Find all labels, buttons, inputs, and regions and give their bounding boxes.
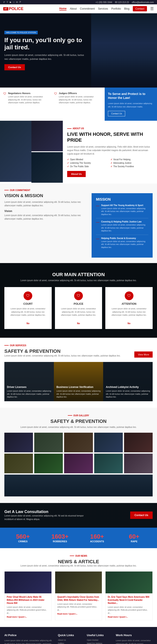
gallery-item-1[interactable]	[4, 433, 33, 452]
hero-image	[91, 13, 157, 88]
consultation-description: Lorem ipsum dolor sit amet, consectetur …	[4, 514, 92, 521]
footer-link-needhelping[interactable]: Need For Helping	[87, 642, 111, 644]
news-readmore-0[interactable]: Read more / Quant i...	[7, 616, 49, 618]
gallery-item-10[interactable]	[124, 454, 153, 473]
mission-dot: —	[96, 220, 99, 232]
footer-workhours-col: Work Hours Lorem ipsum dolor sit amet, c…	[116, 634, 153, 644]
attention-more[interactable]: No	[109, 322, 149, 324]
news-image-1	[55, 572, 102, 593]
checklist-item: On The Public Side	[67, 165, 110, 168]
nav-services[interactable]: Services	[98, 7, 108, 10]
gallery-row-1	[4, 433, 153, 452]
footer: At Police Lorem ipsum dolor sit amet, co…	[0, 627, 157, 644]
nav-commitment[interactable]: Commitment	[80, 7, 95, 10]
news-image-0	[4, 572, 51, 593]
news-image-2	[106, 572, 153, 593]
feature-title: Judges Officers	[59, 92, 102, 94]
news-readmore-1[interactable]: Read more / Quant i...	[57, 613, 100, 615]
consultation-cta-button[interactable]: Contact Us	[130, 512, 153, 519]
gallery-badge: Our Gallery	[4, 414, 153, 417]
footer-link-opendocket[interactable]: Open Docket	[87, 639, 111, 641]
mission-dot: —	[96, 204, 99, 216]
court-more[interactable]: No	[8, 322, 48, 324]
news-body-1: Quandt's Improbably Close Quotes from Or…	[55, 593, 102, 617]
instagram-icon[interactable]: □	[13, 1, 14, 3]
gallery-item-5[interactable]	[124, 433, 153, 452]
gallery-item-7[interactable]	[34, 454, 63, 473]
services-description: Lorem ipsum dolor sit amet, consectetur …	[4, 354, 120, 358]
footer-link-aboutus[interactable]: About Us	[58, 639, 82, 641]
nav-about[interactable]: About	[70, 7, 77, 10]
vm-section: Our Commitment VISION & MISSION Lorem ip…	[0, 184, 157, 263]
news-card-0: Peter Ghad Would Likely Make $5 Billion-…	[4, 571, 52, 621]
features-grid: 🛡 Negotiators Honors Lorem ipsum dolor s…	[0, 88, 105, 121]
about-badge: About Us	[67, 127, 153, 130]
nav-contact[interactable]: Contact	[133, 6, 147, 11]
hero-cta-button[interactable]: Contact Us	[4, 64, 25, 70]
blue-cta-button[interactable]: Contact Us	[108, 111, 125, 116]
footer-link-gallery[interactable]: Gallery	[58, 642, 82, 644]
service-card-lobbyist: Archived Lobbyist Activity Lorem ipsum d…	[103, 362, 153, 401]
feature-desc: Lorem ipsum dolor sit amet, consectetur …	[59, 96, 102, 104]
mission-item-desc: Lorem ipsum dolor sit amet, consectetur …	[101, 240, 148, 249]
youtube-icon[interactable]: ▶	[10, 1, 11, 3]
services-header: SAFETY & PREVENTION Lorem ipsum dolor si…	[4, 348, 153, 358]
facebook-icon[interactable]: 𝜰	[3, 1, 5, 3]
news-readmore-2[interactable]: Read more / Quant i...	[108, 616, 150, 618]
service-card-business: Business License Verification Lorem ipsu…	[54, 362, 103, 401]
footer-usefullinks-title: Useful Links	[87, 634, 111, 637]
news-headline: NEWS & ARTICLE	[4, 559, 153, 564]
attention-cards: 🛡 COURT Lorem ipsum dolor sit amet, cons…	[4, 287, 153, 329]
attention-desc: Lorem ipsum dolor sit amet, consectetur …	[109, 307, 149, 316]
hamburger-icon[interactable]: ☰	[150, 6, 154, 11]
gallery-headline: SAFETY & PREVENTION	[4, 418, 153, 424]
stat-robberies-number: 1603+	[41, 533, 78, 540]
linkedin-icon[interactable]: in	[16, 1, 18, 3]
blue-cta-desc: Lorem ipsum dolor sit amet, consectetur …	[108, 102, 154, 108]
gallery-item-4[interactable]	[94, 433, 123, 452]
top-bar: 𝜰 𝕋 ▶ □ in P +1 (20) 555 3344 80 123 213…	[0, 0, 157, 4]
news-desc-1: Lorem ipsum dolor sit amet, consectetur …	[57, 603, 100, 612]
consultation-title: Get A Law Consultation	[4, 510, 92, 514]
twitter-icon[interactable]: 𝕋	[6, 1, 8, 3]
footer-workhours-title: Work Hours	[116, 634, 153, 637]
nav-portfolio[interactable]: Portfolio	[111, 7, 121, 10]
stat-robberies: 1603+ Robberies	[41, 533, 78, 543]
about-checklist: Open Minded Vocal For Helping Listening …	[67, 158, 153, 168]
service-card-desc-2: Lorem ipsum dolor sit amet, consectetur …	[56, 390, 101, 399]
mission-dot: —	[96, 237, 99, 249]
nav-home[interactable]: Home	[59, 7, 66, 10]
footer-brand-desc: Lorem ipsum dolor sit amet, consectetur …	[4, 639, 53, 644]
logo[interactable]: AT POLICE	[3, 6, 23, 11]
court-desc: Lorem ipsum dolor sit amet, consectetur …	[8, 307, 48, 316]
about-image-3	[31, 152, 63, 183]
about-image-2	[31, 121, 63, 151]
pinterest-icon[interactable]: P	[20, 1, 21, 3]
stat-rape-label: Rape	[116, 540, 153, 543]
checklist-item: Open Minded	[67, 158, 110, 161]
gallery-item-3[interactable]	[64, 433, 93, 452]
mission-item-desc: Lorem ipsum dolor sit amet, consectetur …	[101, 207, 148, 216]
police-more[interactable]: No	[58, 322, 99, 324]
service-card-title-1: Driver Licenses	[7, 386, 51, 388]
attention-section: OUR MAIN ATTENTION Lorem ipsum dolor sit…	[0, 263, 157, 338]
gallery-wide-item[interactable]	[4, 474, 153, 496]
about-cta-button[interactable]: About Us	[67, 171, 86, 177]
gallery-item-6[interactable]	[4, 454, 33, 473]
vision-title: Vision	[4, 210, 87, 213]
service-card-desc-3: Lorem ipsum dolor sit amet, consectetur …	[106, 390, 150, 399]
nav-blog[interactable]: Blog	[124, 7, 130, 10]
service-card-content-1: Driver Licenses Lorem ipsum dolor sit am…	[4, 383, 54, 401]
about-section: About Us LIVE WITH HONOR, SERVE WITH PRI…	[0, 121, 157, 184]
service-card-title-2: Business License Verification	[56, 386, 101, 388]
gallery-item-9[interactable]	[94, 454, 123, 473]
services-view-more-button[interactable]: View More	[134, 352, 153, 358]
shield-icon: 🛡	[54, 92, 57, 116]
checklist-item: Advocating Justice	[111, 162, 153, 164]
gallery-item-2[interactable]	[34, 433, 63, 452]
stat-rape-number: 60+	[116, 533, 153, 540]
gallery-item-8[interactable]	[64, 454, 93, 473]
stat-crimes-label: Crimes	[4, 540, 41, 543]
vm-badge: Our Commitment	[4, 189, 153, 192]
news-cards: Peter Ghad Would Likely Make $5 Billion-…	[4, 571, 153, 621]
